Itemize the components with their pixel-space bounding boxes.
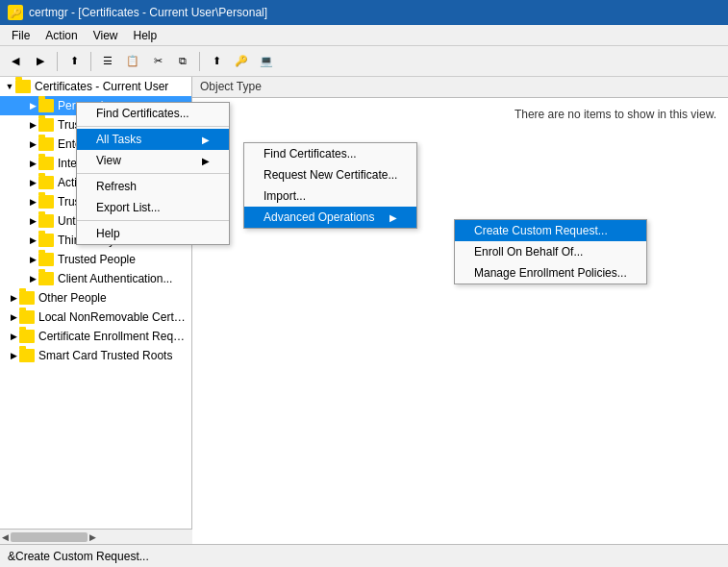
folder-icon-ca — [38, 272, 54, 285]
scroll-thumb[interactable] — [11, 532, 88, 542]
ctx2-request-new[interactable]: Request New Certificate... — [244, 164, 416, 185]
menu-help[interactable]: Help — [126, 27, 165, 44]
tree-label-op: Other People — [38, 291, 107, 305]
toolbar-sep-3 — [199, 52, 200, 71]
folder-icon-tr — [38, 118, 54, 132]
expand-arrow-op: ▶ — [8, 292, 19, 304]
folder-icon-ln — [19, 310, 35, 324]
scroll-left-arrow[interactable]: ◀ — [0, 532, 11, 542]
context-menu-3: Create Custom Request... Enroll On Behal… — [454, 219, 647, 284]
title-bar: 🔑 certmgr - [Certificates - Current User… — [0, 0, 728, 25]
expand-arrow-tpeo: ▶ — [27, 254, 38, 265]
ctx2-advanced-arrow: ▶ — [389, 212, 397, 223]
ctx1-view[interactable]: View ▶ — [77, 150, 229, 171]
tree-root-item[interactable]: ▼ Certificates - Current User — [0, 77, 191, 96]
menu-view[interactable]: View — [86, 27, 126, 44]
tree-item-trusted-people[interactable]: ▶ Trusted People — [0, 250, 191, 269]
toolbar-computer[interactable]: 💻 — [255, 50, 278, 73]
tree-root-label: Certificates - Current User — [35, 80, 168, 93]
folder-icon-ic — [38, 157, 54, 170]
expand-arrow-personal: ▶ — [27, 100, 38, 111]
ctx3-manage-enrollment[interactable]: Manage Enrollment Policies... — [455, 262, 646, 284]
context-menu-2: Find Certificates... Request New Certifi… — [243, 142, 417, 229]
scroll-right-arrow[interactable]: ▶ — [88, 532, 98, 542]
ctx1-all-tasks[interactable]: All Tasks ▶ — [77, 129, 229, 150]
empty-message: There are no items to show in this view. — [192, 98, 728, 131]
status-text: &Create Custom Request... — [8, 550, 149, 563]
ctx1-find-certs[interactable]: Find Certificates... — [77, 103, 229, 124]
toolbar-sep-1 — [57, 52, 58, 71]
expand-arrow-ca: ▶ — [27, 273, 38, 284]
toolbar-copy[interactable]: 📋 — [121, 50, 144, 73]
tree-item-smart-card[interactable]: ▶ Smart Card Trusted Roots — [0, 346, 191, 365]
folder-icon-tp — [38, 195, 54, 209]
status-bar: &Create Custom Request... — [0, 544, 728, 567]
folder-icon-tpeo — [38, 253, 54, 266]
ctx3-enroll-behalf[interactable]: Enroll On Behalf Of... — [455, 241, 646, 262]
tree-label-sc: Smart Card Trusted Roots — [38, 349, 172, 362]
folder-icon-personal — [38, 99, 54, 112]
title-bar-text: certmgr - [Certificates - Current User\P… — [29, 6, 267, 19]
folder-icon-uc — [38, 214, 54, 228]
toolbar-paste[interactable]: ✂ — [146, 50, 169, 73]
column-header: Object Type — [192, 77, 728, 98]
tree-label-tpeo: Trusted People — [58, 253, 136, 266]
menu-action[interactable]: Action — [38, 27, 85, 44]
tree-label-ce: Certificate Enrollment Requ... — [38, 330, 188, 343]
ctx1-view-arrow: ▶ — [202, 156, 210, 166]
folder-icon-sc — [19, 349, 35, 362]
expand-arrow-sc: ▶ — [8, 350, 19, 361]
h-scrollbar[interactable]: ◀ ▶ — [0, 529, 192, 544]
expand-arrow-tp: ▶ — [27, 196, 38, 208]
toolbar-cert[interactable]: 🔑 — [230, 50, 253, 73]
expand-arrow-ln: ▶ — [8, 311, 19, 323]
toolbar-sep-2 — [90, 52, 91, 71]
tree-item-local-non[interactable]: ▶ Local NonRemovable Certific... — [0, 308, 191, 327]
folder-icon-ad — [38, 176, 54, 189]
ctx1-sep2 — [77, 173, 229, 174]
ctx1-sep1 — [77, 126, 229, 127]
expand-arrow-ad: ▶ — [27, 177, 38, 188]
expand-arrow-tpc: ▶ — [27, 234, 38, 246]
ctx2-find-certs[interactable]: Find Certificates... — [244, 143, 416, 164]
tree-item-cert-enroll[interactable]: ▶ Certificate Enrollment Requ... — [0, 327, 191, 346]
tree-item-other-people[interactable]: ▶ Other People — [0, 288, 191, 308]
toolbar-show-hide[interactable]: ☰ — [96, 50, 119, 73]
expand-arrow-et: ▶ — [27, 138, 38, 150]
menu-bar: File Action View Help — [0, 25, 728, 46]
ctx1-help[interactable]: Help — [77, 223, 229, 244]
ctx3-create-custom[interactable]: Create Custom Request... — [455, 220, 646, 241]
toolbar-up[interactable]: ⬆ — [63, 50, 86, 73]
toolbar-forward[interactable]: ▶ — [29, 50, 52, 73]
folder-icon-op — [19, 291, 35, 305]
toolbar-properties[interactable]: ⧉ — [171, 50, 194, 73]
folder-icon-ce — [19, 330, 35, 343]
toolbar-export[interactable]: ⬆ — [205, 50, 228, 73]
folder-icon-tpc — [38, 234, 54, 247]
expand-arrow-ic: ▶ — [27, 158, 38, 169]
ctx1-sep3 — [77, 220, 229, 221]
menu-file[interactable]: File — [4, 27, 38, 44]
ctx1-refresh[interactable]: Refresh — [77, 176, 229, 197]
expand-arrow-root: ▼ — [4, 81, 15, 92]
folder-icon-et — [38, 137, 54, 151]
tree-label-ca: Client Authentication... — [58, 272, 172, 285]
toolbar: ◀ ▶ ⬆ ☰ 📋 ✂ ⧉ ⬆ 🔑 💻 — [0, 46, 728, 77]
expand-arrow-tr: ▶ — [27, 119, 38, 131]
tree-label-ln: Local NonRemovable Certific... — [38, 310, 188, 324]
expand-arrow-uc: ▶ — [27, 215, 38, 227]
expand-arrow-ce: ▶ — [8, 331, 19, 342]
ctx1-all-tasks-arrow: ▶ — [202, 135, 210, 145]
ctx2-advanced-ops[interactable]: Advanced Operations ▶ — [244, 207, 416, 228]
context-menu-1: Find Certificates... All Tasks ▶ View ▶ … — [76, 102, 230, 245]
ctx1-export-list[interactable]: Export List... — [77, 197, 229, 218]
tree-item-client-auth[interactable]: ▶ Client Authentication... — [0, 269, 191, 288]
app-icon: 🔑 — [8, 5, 23, 20]
folder-icon-root — [15, 80, 31, 93]
toolbar-back[interactable]: ◀ — [4, 50, 27, 73]
ctx2-import[interactable]: Import... — [244, 185, 416, 207]
